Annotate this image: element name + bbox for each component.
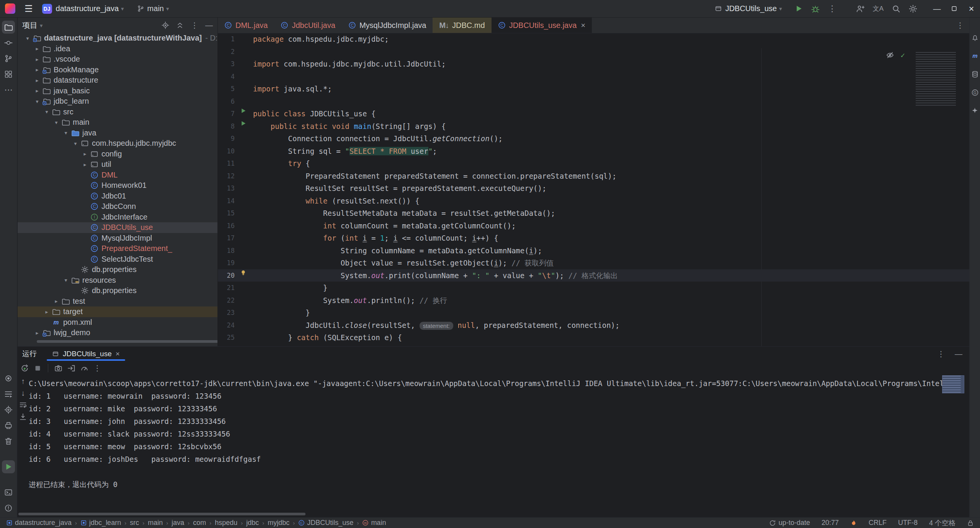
breadcrumb-item[interactable]: mmain (362, 519, 386, 527)
chevron-down-icon[interactable]: ▾ (42, 109, 51, 114)
breadcrumb-item[interactable]: src (130, 519, 139, 527)
tree-item[interactable]: CMysqlJdbcImpl (18, 233, 217, 244)
tree-item[interactable]: ▸test (18, 296, 217, 307)
project-avatar[interactable]: DJ (42, 4, 52, 14)
tree-item[interactable]: ▸target (18, 306, 217, 317)
tree-item[interactable]: ▾main (18, 117, 217, 128)
tree-item[interactable]: ▾resources (18, 275, 217, 286)
breadcrumb-item[interactable]: hspedu (215, 519, 237, 527)
breadcrumb-item[interactable]: CJDBCUtils_use (298, 519, 353, 527)
rerun-button[interactable] (21, 364, 29, 372)
breadcrumb-item[interactable]: jdbc_learn (80, 519, 121, 527)
tree-item[interactable]: IJdbcInterface (18, 212, 217, 223)
soft-wrap-icon[interactable] (19, 401, 27, 409)
breadcrumb-item[interactable]: com (193, 519, 206, 527)
tree-item[interactable]: ▸.idea (18, 44, 217, 54)
print-tool-icon[interactable] (2, 419, 15, 432)
tree-item[interactable]: CJdbcConn (18, 201, 217, 212)
ai-assistant-icon[interactable] (972, 107, 978, 114)
tree-item[interactable]: ▾datastructure_java [datastructureWithJa… (18, 33, 217, 44)
project-tree[interactable]: ▾datastructure_java [datastructureWithJa… (18, 33, 217, 338)
chevron-right-icon[interactable]: ▸ (42, 309, 51, 315)
tree-item[interactable]: CHomework01 (18, 180, 217, 191)
tab-close-icon[interactable]: × (581, 21, 585, 29)
maven-tool-icon[interactable]: m (971, 52, 979, 60)
database-tool-icon[interactable] (971, 70, 979, 78)
chevron-down-icon[interactable]: ▾ (52, 120, 61, 125)
encoding[interactable]: UTF-8 (898, 519, 918, 527)
chevron-right-icon[interactable]: ▸ (33, 57, 42, 62)
gradle-tool-icon[interactable]: G (971, 89, 979, 96)
tree-item[interactable]: db.properties (18, 285, 217, 296)
intention-bulb-icon[interactable] (238, 269, 248, 276)
chevron-right-icon[interactable]: ▸ (80, 162, 90, 167)
tree-item[interactable]: db.properties (18, 264, 217, 275)
trash-tool-icon[interactable] (2, 435, 15, 448)
console-output[interactable]: C:\Users\meowrain\scoop\apps\corretto17-… (29, 377, 942, 511)
run-gutter-icon[interactable] (238, 120, 248, 127)
terminal-tool-icon[interactable] (2, 486, 15, 499)
tree-item[interactable]: ▸java_basic (18, 86, 217, 96)
branch-selector[interactable]: main ▾ (137, 4, 169, 13)
capture-snapshot-icon[interactable] (54, 364, 62, 372)
hide-panel-icon[interactable]: — (205, 21, 213, 29)
run-tab-close-icon[interactable]: × (116, 350, 120, 357)
tree-item[interactable]: mpom.xml (18, 317, 217, 328)
editor-tab[interactable]: CDML.java (218, 18, 274, 33)
git-tool-icon[interactable] (2, 52, 15, 65)
run-tool-window-icon[interactable] (2, 460, 15, 473)
tree-item[interactable]: CPreparedStatement_ (18, 243, 217, 254)
run-button[interactable] (795, 5, 803, 13)
code-with-me-icon[interactable] (856, 5, 864, 13)
chevron-right-icon[interactable]: ▸ (33, 78, 42, 83)
code-editor[interactable]: 1package com.hspedu.jdbc.myjdbc;23import… (218, 33, 969, 346)
line-ending[interactable]: CRLF (869, 519, 887, 527)
commit-tool-icon[interactable] (2, 36, 15, 49)
chevron-down-icon[interactable]: ▾ (61, 277, 70, 283)
scroll-down-icon[interactable]: ↓ (21, 389, 25, 397)
git-flame[interactable] (850, 520, 857, 526)
tree-item[interactable]: ▸datastructure (18, 75, 217, 86)
tree-item[interactable]: CSelectJdbcTest (18, 254, 217, 265)
breadcrumb-item[interactable]: myjdbc (268, 519, 289, 527)
breadcrumb-item[interactable]: main (148, 519, 163, 527)
chevron-down-icon[interactable]: ▾ (61, 130, 70, 135)
project-selector[interactable]: datastructure_java (56, 4, 119, 13)
tab-list-icon[interactable]: ⋮ (956, 21, 964, 29)
reader-mode-eye-icon[interactable] (886, 51, 894, 59)
breadcrumb[interactable]: datastructure_java›jdbc_learn›src›main›j… (6, 519, 386, 527)
collapse-all-icon[interactable] (176, 21, 184, 29)
chevron-down-icon[interactable]: ▾ (71, 141, 80, 146)
services-tool-icon[interactable] (2, 388, 15, 401)
chevron-right-icon[interactable]: ▸ (33, 46, 42, 51)
inspection-widget[interactable]: ✓ (886, 51, 905, 59)
stop-button[interactable] (34, 364, 42, 372)
chevron-right-icon[interactable]: ▸ (52, 298, 61, 304)
profiler-gauge-icon[interactable] (80, 364, 88, 372)
project-tool-icon[interactable] (2, 21, 15, 34)
hamburger-icon[interactable]: ☰ (24, 4, 33, 13)
import-thread-dump-icon[interactable] (67, 364, 75, 372)
console-minimap[interactable] (942, 375, 964, 393)
debug-button[interactable] (811, 5, 820, 13)
tree-item[interactable]: CJDBCUtils_use (18, 222, 217, 233)
chevron-right-icon[interactable]: ▸ (33, 88, 42, 93)
editor-tab[interactable]: CJDBCUtils_use.java× (492, 18, 592, 33)
breadcrumb-item[interactable]: jdbc (246, 519, 259, 527)
run-configuration-selector[interactable]: JDBCUtils_use ▾ (715, 4, 782, 13)
coverage-tool-icon[interactable] (2, 403, 15, 416)
more-actions-button[interactable]: ⋮ (828, 5, 836, 13)
run-tab[interactable]: JDBCUtils_use × (47, 347, 125, 361)
tree-item[interactable]: ▸util (18, 159, 217, 170)
tree-item[interactable]: ▸config (18, 149, 217, 160)
problems-tool-icon[interactable] (2, 502, 15, 515)
tree-item[interactable]: ▾src (18, 107, 217, 117)
editor-tab[interactable]: M↓JDBC.md (433, 18, 491, 33)
chevron-down-icon[interactable]: ▾ (33, 99, 42, 104)
structure-tool-icon[interactable] (2, 68, 15, 81)
tree-item[interactable]: CJdbc01 (18, 191, 217, 202)
tree-item[interactable]: CDML (18, 170, 217, 181)
search-everywhere-icon[interactable] (892, 5, 900, 13)
chevron-right-icon[interactable]: ▸ (33, 330, 42, 336)
settings-gear-icon[interactable] (909, 5, 917, 13)
